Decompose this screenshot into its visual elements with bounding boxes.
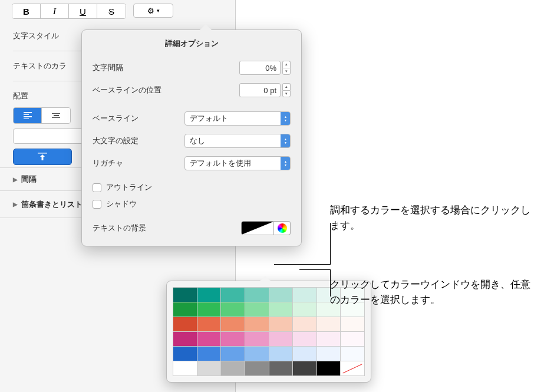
color-swatch[interactable] — [173, 317, 197, 331]
color-swatch[interactable] — [341, 347, 364, 361]
popover-title: 詳細オプション — [93, 38, 291, 49]
baseline-shift-label: ベースラインの位置 — [93, 85, 239, 95]
outline-checkbox[interactable] — [93, 183, 101, 192]
spacing-label: 間隔 — [21, 174, 37, 185]
color-swatch[interactable] — [221, 317, 245, 331]
gear-icon: ⚙ — [147, 6, 154, 15]
text-background-label: テキストの背景 — [93, 223, 241, 233]
callout-line — [274, 264, 331, 265]
color-swatch[interactable] — [197, 302, 221, 317]
color-swatch[interactable] — [173, 361, 197, 375]
color-swatch[interactable] — [269, 347, 293, 361]
color-swatch[interactable] — [245, 361, 269, 375]
baseline-shift-input[interactable]: 0 pt — [239, 83, 281, 97]
color-well-button[interactable] — [241, 221, 274, 235]
color-swatch-icon — [242, 222, 273, 235]
disclosure-triangle-icon: ▶ — [13, 201, 18, 207]
horizontal-align-group — [13, 107, 71, 124]
char-spacing-label: 文字間隔 — [93, 62, 239, 73]
outline-label: アウトライン — [106, 182, 152, 193]
advanced-options-button[interactable]: ⚙ ▾ — [133, 4, 173, 18]
select-arrows-icon: ▴▾ — [281, 134, 290, 147]
callout-text-1: 調和するカラーを選択する場合にクリックします。 — [330, 203, 530, 233]
char-spacing-stepper[interactable]: ▴▾ — [282, 61, 291, 75]
ligatures-value: デフォルトを使用 — [190, 158, 251, 169]
baseline-value: デフォルト — [190, 113, 228, 124]
capitalization-value: なし — [190, 136, 205, 146]
color-swatch[interactable] — [221, 361, 245, 375]
color-swatch[interactable] — [293, 317, 316, 331]
color-swatch[interactable] — [197, 361, 221, 375]
color-swatch[interactable] — [245, 288, 269, 302]
bold-button[interactable]: B — [12, 4, 41, 18]
color-swatch[interactable] — [221, 347, 245, 361]
color-swatch[interactable] — [245, 317, 269, 331]
align-left-button[interactable] — [14, 108, 42, 123]
shadow-row: シャドウ — [93, 199, 291, 209]
text-background-row: テキストの背景 — [93, 221, 291, 235]
color-swatch[interactable] — [221, 288, 245, 302]
ligatures-row: リガチャ デフォルトを使用 ▴▾ — [93, 156, 291, 170]
align-center-button[interactable] — [42, 108, 70, 123]
color-swatch[interactable] — [293, 361, 316, 375]
color-wheel-icon — [278, 223, 287, 233]
advanced-options-popover: 詳細オプション 文字間隔 0% ▴▾ ベースラインの位置 0 pt ▴▾ ベース… — [81, 29, 302, 246]
baseline-select[interactable]: デフォルト ▴▾ — [184, 111, 291, 126]
color-swatch[interactable] — [173, 302, 197, 317]
ligatures-label: リガチャ — [93, 158, 184, 169]
color-swatch[interactable] — [269, 361, 293, 375]
underline-button[interactable]: U — [69, 4, 97, 18]
color-swatch[interactable] — [293, 288, 316, 302]
capitalization-select[interactable]: なし ▴▾ — [184, 134, 291, 148]
select-arrows-icon: ▴▾ — [281, 157, 290, 170]
color-swatch[interactable] — [293, 332, 316, 346]
color-swatch[interactable] — [245, 332, 269, 346]
color-swatch[interactable] — [269, 288, 293, 302]
color-swatch[interactable] — [173, 347, 197, 361]
color-swatch[interactable] — [197, 332, 221, 346]
outline-row: アウトライン — [93, 182, 291, 193]
svg-rect-0 — [38, 153, 47, 154]
align-top-icon — [38, 153, 47, 161]
style-button-group: B I U S — [12, 4, 126, 19]
color-swatch-none[interactable] — [341, 361, 364, 375]
align-top-button[interactable] — [13, 149, 72, 165]
color-swatch[interactable] — [245, 347, 269, 361]
color-swatch[interactable] — [317, 317, 341, 331]
color-wheel-button[interactable] — [274, 221, 291, 235]
baseline-row: ベースライン デフォルト ▴▾ — [93, 111, 291, 126]
color-swatch[interactable] — [197, 288, 221, 302]
capitalization-label: 大文字の設定 — [93, 136, 184, 146]
color-swatch[interactable] — [293, 302, 316, 317]
baseline-shift-row: ベースラインの位置 0 pt ▴▾ — [93, 83, 291, 97]
color-swatch[interactable] — [293, 347, 316, 361]
char-spacing-input[interactable]: 0% — [239, 61, 281, 75]
baseline-shift-stepper[interactable]: ▴▾ — [282, 83, 291, 97]
color-swatch[interactable] — [269, 332, 293, 346]
select-arrows-icon: ▴▾ — [281, 112, 290, 125]
char-spacing-row: 文字間隔 0% ▴▾ — [93, 61, 291, 75]
color-swatch[interactable] — [221, 332, 245, 346]
italic-button[interactable]: I — [41, 4, 69, 18]
shadow-checkbox[interactable] — [93, 200, 101, 209]
color-swatch[interactable] — [341, 332, 364, 346]
color-swatch[interactable] — [269, 302, 293, 317]
strikethrough-button[interactable]: S — [97, 4, 126, 18]
color-swatch[interactable] — [197, 347, 221, 361]
color-swatch[interactable] — [317, 332, 341, 346]
ligatures-select[interactable]: デフォルトを使用 ▴▾ — [184, 156, 291, 170]
baseline-label: ベースライン — [93, 113, 184, 124]
color-swatch[interactable] — [269, 317, 293, 331]
bullets-label: 箇条書きとリスト — [21, 199, 83, 210]
color-swatch[interactable] — [341, 317, 364, 331]
text-format-toolbar: B I U S ⚙ ▾ — [0, 4, 235, 19]
color-swatch[interactable] — [173, 332, 197, 346]
color-swatch[interactable] — [245, 302, 269, 317]
callout-text-2: クリックしてカラーウインドウを開き、任意のカラーを選択します。 — [330, 277, 530, 307]
disclosure-triangle-icon: ▶ — [13, 176, 18, 183]
color-swatch[interactable] — [197, 317, 221, 331]
color-swatch[interactable] — [173, 288, 197, 302]
color-swatch[interactable] — [317, 361, 341, 375]
color-swatch[interactable] — [317, 347, 341, 361]
color-swatch[interactable] — [221, 302, 245, 317]
